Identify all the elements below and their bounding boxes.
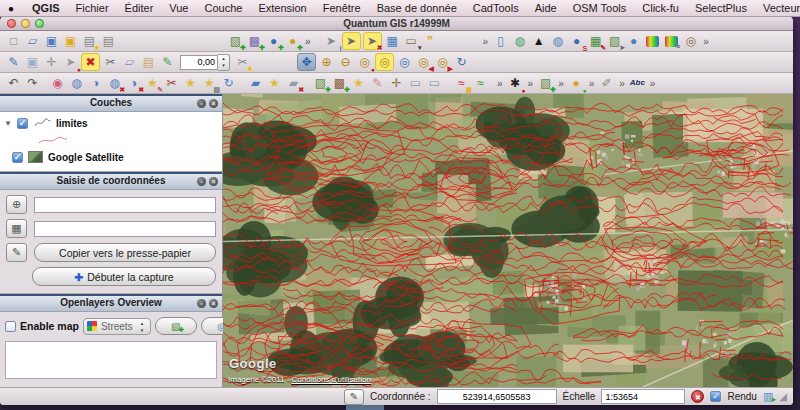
rotate-point-symbols[interactable]: ↻ <box>220 75 237 91</box>
layer-limites-checkbox[interactable]: ✓ <box>17 118 28 129</box>
print-composer[interactable]: ▤★ <box>81 33 98 49</box>
cadtools-ortho[interactable]: ≈ <box>472 75 489 91</box>
scale-input[interactable] <box>601 389 685 404</box>
palette-overflow[interactable]: » <box>586 78 598 89</box>
color-palette-tool[interactable]: ●● <box>568 75 585 91</box>
copy-features[interactable]: ▱ <box>121 54 138 70</box>
zoom-to-selection[interactable]: ◎● <box>356 54 373 70</box>
identify-features[interactable]: ➤i <box>323 33 340 49</box>
save-project-as[interactable]: ▣ <box>62 33 79 49</box>
crosshair-capture-button[interactable]: ⊕ <box>6 195 27 214</box>
label-tool[interactable]: Abc <box>629 75 646 91</box>
plugin-add-raster[interactable]: ▩✚ <box>331 75 348 91</box>
resize-grip[interactable]: ◢ <box>779 392 787 402</box>
quickmap-overflow[interactable]: » <box>555 78 567 89</box>
menu-qgis[interactable]: QGIS <box>24 2 68 14</box>
overview-panel-float-button[interactable]: ▫ <box>197 299 206 308</box>
apple-menu[interactable]: ● <box>0 3 24 14</box>
menu-aide[interactable]: Aide <box>527 2 565 14</box>
save-project[interactable]: ▣ <box>43 33 60 49</box>
layer-google-satellite-checkbox[interactable]: ✓ <box>12 152 23 163</box>
open-project[interactable]: ▱ <box>24 33 41 49</box>
layers-panel-float-button[interactable]: ▫ <box>197 99 206 108</box>
overview-add-layer-button[interactable]: ▧✚ <box>155 317 197 335</box>
layer-item-limites[interactable]: ▼ ✓ limites <box>4 115 218 131</box>
map-tips[interactable]: ❞ <box>422 33 439 49</box>
zoom-last[interactable]: ◎◀ <box>415 54 432 70</box>
copy-clipboard-button[interactable]: Copier vers le presse-papier <box>34 243 216 262</box>
attribution-link[interactable]: Conditions d'utilisation <box>292 375 371 384</box>
mssql-plugin[interactable]: ● <box>625 33 642 49</box>
minimize-window-button[interactable] <box>21 19 30 28</box>
plugins-toolbar-overflow[interactable]: » <box>700 36 712 47</box>
delete-ring[interactable]: ◍✖ <box>106 75 123 91</box>
plugin-star-capture[interactable]: ★ <box>266 75 283 91</box>
merge-features[interactable]: ★ <box>182 75 199 91</box>
toggle-editing[interactable]: ✎ <box>5 54 22 70</box>
overview-layer-select[interactable]: Streets ▴▾ <box>83 318 151 335</box>
menu-couche[interactable]: Couche <box>197 2 251 14</box>
menu-vue[interactable]: Vue <box>161 2 196 14</box>
plugin-frame-a[interactable]: ▭ <box>407 75 424 91</box>
cadtools-overflow[interactable]: » <box>494 78 506 89</box>
stop-render-button[interactable]: ✖ <box>691 390 704 403</box>
plugin-remove-capture[interactable]: ▰✖ <box>285 75 302 91</box>
overview-map-preview[interactable] <box>5 341 217 379</box>
add-part[interactable]: ◑ <box>87 75 104 91</box>
grid-button[interactable]: ▦ <box>6 219 27 238</box>
paste-features[interactable]: ▤ <box>140 54 157 70</box>
map-canvas[interactable]: Google Imagerie ©2011 - Conditions d'uti… <box>223 94 793 387</box>
menu-fenetre[interactable]: Fenêtre <box>315 2 369 14</box>
plugin-frame-b[interactable]: ▭ <box>426 75 443 91</box>
render-checkbox[interactable]: ✓ <box>710 391 721 402</box>
coord-panel-close-button[interactable]: × <box>209 177 218 186</box>
gps-tools[interactable]: ▯ <box>492 33 509 49</box>
openlayers-plugin[interactable]: ◍ <box>511 33 528 49</box>
crs-status-icon[interactable]: ▥➤ <box>763 390 773 403</box>
paintbrush-tool[interactable]: ✐ <box>598 75 615 91</box>
plugin-polygon-capture[interactable]: ▰ <box>247 75 264 91</box>
coord-panel-float-button[interactable]: ▫ <box>197 177 206 186</box>
menu-selectplus[interactable]: SelectPlus <box>687 2 755 14</box>
delete-part[interactable]: ◑✖ <box>125 75 142 91</box>
offset-spinbox-stepper[interactable]: ▴▾ <box>218 54 230 71</box>
profile-tool[interactable]: ▲ <box>530 33 547 49</box>
coord-panel-header[interactable]: Saisie de coordonnées ▫ × <box>0 172 222 190</box>
print[interactable]: ▤ <box>100 33 117 49</box>
offset-curve[interactable]: ◉ <box>49 75 66 91</box>
node-tool[interactable]: ➤● <box>62 54 79 70</box>
pan-map[interactable]: ✥ <box>297 53 316 71</box>
plugin-star-layer[interactable]: ★ <box>350 75 367 91</box>
merge-attributes[interactable]: ★▤ <box>201 75 218 91</box>
refresh-map[interactable]: ↻ <box>453 54 470 70</box>
globe-plugin[interactable]: ◍ <box>549 33 566 49</box>
raster-terrain[interactable]: ≡ <box>665 36 678 47</box>
deselect-features[interactable]: ➤✖ <box>363 32 382 50</box>
menu-extension[interactable]: Extension <box>250 2 314 14</box>
mid-toolbar-overflow[interactable]: » <box>480 36 492 47</box>
zoom-out[interactable]: ⊖ <box>337 54 354 70</box>
zoom-window-button[interactable] <box>35 19 44 28</box>
plugin-draw[interactable]: ✎ <box>369 75 386 91</box>
offset-spinbox[interactable]: ▴▾ <box>180 54 230 71</box>
raster-palette[interactable] <box>646 36 659 47</box>
enable-map-checkbox[interactable] <box>5 321 16 332</box>
delete-selected[interactable]: ✖ <box>81 53 100 71</box>
layers-panel-close-button[interactable]: × <box>209 99 218 108</box>
layers-panel-header[interactable]: Couches ▫ × <box>0 94 222 112</box>
pen-toggle-button[interactable]: ✎ <box>6 243 27 262</box>
plugin-add-map[interactable]: ▧✚ <box>312 75 329 91</box>
cut-features[interactable]: ✂ <box>102 54 119 70</box>
offset-spinbox-input[interactable] <box>180 55 218 70</box>
open-attribute-table[interactable]: ▦ <box>384 33 401 49</box>
overview-panel-close-button[interactable]: × <box>209 299 218 308</box>
select-features[interactable]: ➤ <box>342 32 361 50</box>
brush-overflow[interactable]: » <box>616 78 628 89</box>
quickmap-add[interactable]: ▧✚ <box>537 75 554 91</box>
menu-base-de-donnee[interactable]: Base de donnée <box>369 2 465 14</box>
overview-panel-header[interactable]: Openlayers Overview ▫ × <box>0 294 222 312</box>
add-vector-layer[interactable]: ▧✚ <box>227 33 244 49</box>
measure-line[interactable]: ▭▾ <box>403 33 420 49</box>
move-feature[interactable]: ✛ <box>43 54 60 70</box>
network-overflow[interactable]: » <box>525 78 537 89</box>
